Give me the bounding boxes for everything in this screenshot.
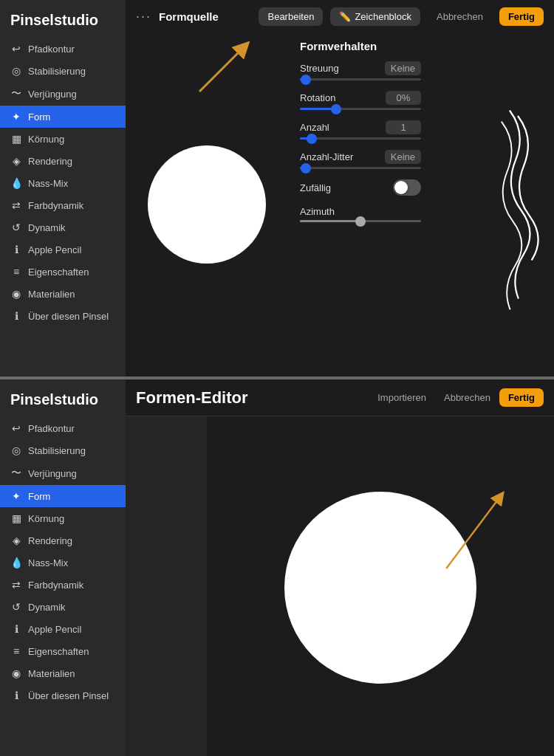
import-button[interactable]: Importieren: [369, 388, 435, 407]
sidebar-item-nassmix-2[interactable]: 💧 Nass-Mix: [0, 551, 126, 574]
sidebar-item-stabilisierung-1[interactable]: ◎ Stabilisierung: [0, 60, 126, 82]
setting-anzahl-jitter: Anzahl-Jitter Keine: [300, 150, 421, 169]
sidebar-item-dynamik-1[interactable]: ↺ Dynamik: [0, 216, 126, 238]
sidebar-item-stabilisierung-2[interactable]: ◎ Stabilisierung: [0, 439, 126, 461]
panel1-body: Formverhalten Streuung Keine Rotatio: [126, 32, 554, 377]
dots-menu[interactable]: ···: [136, 9, 151, 24]
pencil-icon: ℹ: [10, 244, 22, 255]
panel-1: Pinselstudio ↩ Pfadkontur ◎ Stabilisieru…: [0, 0, 554, 377]
sidebar-1: Pinselstudio ↩ Pfadkontur ◎ Stabilisieru…: [0, 0, 126, 377]
done-button-1[interactable]: Fertig: [499, 7, 544, 26]
stabilize-icon-2: ◎: [10, 444, 22, 456]
props-icon-2: ≡: [10, 645, 22, 657]
app-title-1: Pinselstudio: [0, 7, 126, 38]
dynamics-icon: ↺: [10, 221, 22, 233]
sidebar-item-dynamik-2[interactable]: ↺ Dynamik: [0, 596, 126, 618]
strokes-canvas: [433, 32, 554, 377]
sidebar-item-form-2[interactable]: ✦ Form: [0, 485, 126, 507]
sidebar-item-kornung-1[interactable]: ▦ Körnung: [0, 128, 126, 150]
rotation-slider[interactable]: [300, 108, 421, 110]
sidebar-item-about-1[interactable]: ℹ Über diesen Pinsel: [0, 305, 126, 327]
sidebar-item-form-1[interactable]: ✦ Form: [0, 106, 126, 128]
zufallig-toggle[interactable]: [393, 179, 421, 196]
zufallig-label: Zufällig: [300, 182, 331, 193]
azimuth-slider[interactable]: [300, 220, 421, 222]
cancel-button-2[interactable]: Abbrechen: [435, 388, 499, 407]
path-icon-2: ↩: [10, 422, 22, 434]
cancel-button-1[interactable]: Abbrechen: [428, 7, 492, 26]
sidebar-item-applepencil-2[interactable]: ℹ Apple Pencil: [0, 618, 126, 640]
editor-shape-circle: [284, 492, 476, 684]
editor-canvas: [207, 416, 554, 756]
app-title-2: Pinselstudio: [0, 387, 126, 417]
editor-body: [126, 416, 554, 756]
wetmix-icon: 💧: [10, 177, 22, 189]
topbar-2: Formen-Editor Importieren Abbrechen Fert…: [126, 379, 554, 416]
sidebar-item-materialien-1[interactable]: ◉ Materialien: [0, 283, 126, 305]
sidebar-item-rendering-1[interactable]: ◈ Rendering: [0, 150, 126, 172]
azimuth-label: Azimuth: [300, 206, 335, 217]
editor-title: Formen-Editor: [136, 388, 369, 408]
main-content-1: ··· Formquelle Bearbeiten ✏️ Zeichenbloc…: [126, 0, 554, 377]
sidebar-item-about-2[interactable]: ℹ Über diesen Pinsel: [0, 684, 126, 707]
sidebar-item-pfadkontur-1[interactable]: ↩ Pfadkontur: [0, 38, 126, 60]
brush-preview: [126, 32, 288, 377]
settings-panel: Formverhalten Streuung Keine Rotatio: [288, 32, 433, 377]
colordyn-icon-2: ⇄: [10, 579, 22, 591]
stabilize-icon: ◎: [10, 65, 22, 77]
taper-icon-2: 〜: [10, 467, 22, 480]
sidebar-item-rendering-2[interactable]: ◈ Rendering: [0, 529, 126, 551]
topbar-1: ··· Formquelle Bearbeiten ✏️ Zeichenbloc…: [126, 0, 554, 32]
sidebar-item-eigenschaften-2[interactable]: ≡ Eigenschaften: [0, 640, 126, 662]
sidebar-2: Pinselstudio ↩ Pfadkontur ◎ Stabilisieru…: [0, 379, 126, 756]
streuung-value: Keine: [385, 61, 421, 75]
setting-zufallig: Zufällig: [300, 179, 421, 196]
props-icon: ≡: [10, 266, 22, 278]
materials-icon: ◉: [10, 288, 22, 300]
path-icon: ↩: [10, 43, 22, 55]
brush-strokes-svg: [433, 32, 554, 377]
shape-icon-2: ✦: [10, 490, 22, 502]
sidebar-item-verjuengung-2[interactable]: 〜 Verjüngung: [0, 461, 126, 485]
wetmix-icon-2: 💧: [10, 557, 22, 568]
anzahl-label: Anzahl: [300, 122, 329, 133]
sidebar-item-verjuengung-1[interactable]: 〜 Verjüngung: [0, 82, 126, 106]
svg-line-0: [199, 47, 244, 92]
sidebar-item-applepencil-1[interactable]: ℹ Apple Pencil: [0, 238, 126, 261]
sidebar-item-materialien-2[interactable]: ◉ Materialien: [0, 662, 126, 684]
taper-icon: 〜: [10, 87, 22, 100]
setting-azimuth: Azimuth: [300, 206, 421, 222]
section-formverhalten: Formverhalten: [300, 40, 421, 52]
anzahl-jitter-slider[interactable]: [300, 167, 421, 169]
sidebar-item-farbdynamik-2[interactable]: ⇄ Farbdynamik: [0, 574, 126, 596]
materials-icon-2: ◉: [10, 667, 22, 679]
sidebar-item-pfadkontur-2[interactable]: ↩ Pfadkontur: [0, 417, 126, 439]
shape-icon: ✦: [10, 111, 22, 123]
info-icon: ℹ: [10, 310, 22, 322]
drawing-icon: ✏️: [339, 11, 351, 22]
drawing-block-tab[interactable]: ✏️ Zeichenblock: [330, 7, 420, 26]
brush-shape-circle: [148, 145, 266, 264]
panel-2: Pinselstudio ↩ Pfadkontur ◎ Stabilisieru…: [0, 379, 554, 756]
edit-button[interactable]: Bearbeiten: [259, 7, 323, 26]
anzahl-slider[interactable]: [300, 137, 421, 140]
sidebar-item-nassmix-1[interactable]: 💧 Nass-Mix: [0, 172, 126, 194]
info-icon-2: ℹ: [10, 690, 22, 701]
main-content-2: Formen-Editor Importieren Abbrechen Fert…: [126, 379, 554, 756]
pencil-icon-2: ℹ: [10, 623, 22, 635]
done-button-2[interactable]: Fertig: [499, 388, 544, 407]
setting-anzahl: Anzahl 1: [300, 120, 421, 140]
sidebar-item-kornung-2[interactable]: ▦ Körnung: [0, 507, 126, 529]
toggle-knob: [394, 181, 408, 194]
grain-icon: ▦: [10, 133, 22, 145]
sidebar-item-eigenschaften-1[interactable]: ≡ Eigenschaften: [0, 261, 126, 283]
sidebar-item-farbdynamik-1[interactable]: ⇄ Farbdynamik: [0, 194, 126, 216]
editor-left-panel: [126, 416, 207, 756]
setting-streuung: Streuung Keine: [300, 61, 421, 80]
rotation-value: 0%: [386, 91, 421, 105]
colordyn-icon: ⇄: [10, 199, 22, 211]
rotation-label: Rotation: [300, 92, 335, 103]
dynamics-icon-2: ↺: [10, 601, 22, 613]
grain-icon-2: ▦: [10, 512, 22, 524]
streuung-slider[interactable]: [300, 78, 421, 80]
